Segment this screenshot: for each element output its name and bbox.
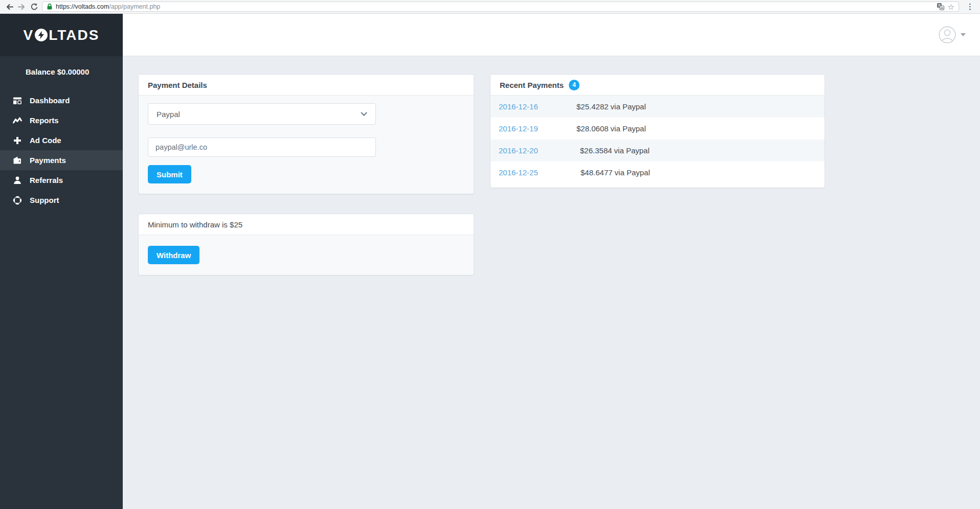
withdraw-card-body: Withdraw bbox=[139, 235, 474, 275]
app-frame: V LTADS Balance $0.00000 Dashboard Repor… bbox=[0, 14, 980, 509]
withdraw-button[interactable]: Withdraw bbox=[148, 246, 199, 264]
payment-amount: $48.6477via Paypal bbox=[581, 168, 650, 177]
sidebar-item-label: Reports bbox=[30, 116, 59, 125]
sidebar-item-reports[interactable]: Reports bbox=[0, 110, 123, 130]
payment-date-link[interactable]: 2016-12-16 bbox=[499, 102, 576, 111]
avatar-icon bbox=[939, 26, 956, 43]
sidebar-item-referrals[interactable]: Referrals bbox=[0, 170, 123, 190]
sidebar-item-label: Referrals bbox=[30, 176, 63, 184]
url-path: /app/payment.php bbox=[109, 3, 160, 10]
user-menu[interactable] bbox=[939, 26, 966, 43]
browser-forward-button[interactable] bbox=[15, 1, 28, 13]
submit-button[interactable]: Submit bbox=[148, 165, 191, 183]
reports-icon bbox=[13, 116, 22, 125]
address-bar[interactable]: https://voltads.com/app/payment.php ☆ bbox=[42, 2, 959, 12]
url-text: https://voltads.com/app/payment.php bbox=[56, 3, 160, 10]
balance-label: Balance $0.00000 bbox=[26, 67, 123, 76]
sidebar-item-label: Payments bbox=[30, 156, 66, 165]
payment-details-title: Payment Details bbox=[139, 75, 474, 96]
right-column: Recent Payments 4 2016-12-16 $25.4282via… bbox=[490, 74, 825, 188]
sidebar-item-dashboard[interactable]: Dashboard bbox=[0, 90, 123, 110]
payment-date-link[interactable]: 2016-12-25 bbox=[499, 168, 576, 177]
payments-count-badge: 4 bbox=[569, 80, 580, 90]
browser-back-button[interactable] bbox=[3, 1, 15, 13]
sidebar-menu: Dashboard Reports Ad Code Payments bbox=[0, 90, 123, 210]
payment-amount: $25.4282via Paypal bbox=[576, 102, 646, 111]
browser-reload-button[interactable] bbox=[28, 1, 40, 13]
payment-amount: $26.3584via Paypal bbox=[580, 146, 650, 155]
logo-prefix: V bbox=[24, 27, 34, 43]
lightning-bolt-icon bbox=[35, 29, 48, 41]
bookmark-star-icon[interactable]: ☆ bbox=[948, 3, 954, 11]
dashboard-icon bbox=[13, 96, 22, 105]
sidebar-item-payments[interactable]: Payments bbox=[0, 150, 123, 170]
payment-row: 2016-12-16 $25.4282via Paypal bbox=[491, 96, 825, 118]
wallet-icon bbox=[13, 156, 22, 165]
chevron-down-icon bbox=[361, 112, 367, 117]
logo-suffix: LTADS bbox=[49, 27, 99, 43]
app-header bbox=[123, 14, 980, 56]
sidebar-item-label: Dashboard bbox=[30, 96, 70, 105]
recent-payments-title: Recent Payments bbox=[500, 81, 564, 89]
left-column: Payment Details Paypal Submit Minimum to… bbox=[138, 74, 474, 275]
paypal-account-input[interactable] bbox=[148, 137, 376, 157]
recent-payments-header: Recent Payments 4 bbox=[491, 75, 825, 96]
reload-icon bbox=[30, 3, 38, 11]
payment-amount: $28.0608via Paypal bbox=[576, 124, 646, 133]
forward-arrow-icon bbox=[17, 3, 26, 11]
chevron-down-icon bbox=[961, 33, 966, 36]
person-icon bbox=[13, 176, 22, 185]
lifebuoy-icon bbox=[13, 196, 22, 205]
withdraw-card: Minimum to withdraw is $25 Withdraw bbox=[138, 214, 474, 275]
payment-method-select[interactable]: Paypal bbox=[148, 103, 376, 125]
url-host: https://voltads.com bbox=[56, 3, 109, 10]
voltads-logo: V LTADS bbox=[24, 27, 100, 43]
payment-method-value: Paypal bbox=[157, 110, 180, 119]
payment-row: 2016-12-20 $26.3584via Paypal bbox=[491, 140, 825, 161]
sidebar-item-support[interactable]: Support bbox=[0, 190, 123, 210]
main-area: Payment Details Paypal Submit Minimum to… bbox=[123, 14, 980, 509]
payment-details-body: Paypal Submit bbox=[139, 96, 474, 194]
payment-row: 2016-12-19 $28.0608via Paypal bbox=[491, 118, 825, 140]
payment-row: 2016-12-25 $48.6477via Paypal bbox=[491, 161, 825, 183]
lock-icon bbox=[47, 3, 53, 10]
payment-date-link[interactable]: 2016-12-19 bbox=[499, 124, 576, 133]
page-content: Payment Details Paypal Submit Minimum to… bbox=[123, 56, 980, 293]
payment-date-link[interactable]: 2016-12-20 bbox=[499, 146, 576, 155]
logo-area: V LTADS bbox=[0, 14, 123, 56]
browser-menu-icon[interactable]: ⋮ bbox=[963, 2, 977, 11]
withdraw-minimum-text: Minimum to withdraw is $25 bbox=[139, 214, 474, 235]
payment-details-card: Payment Details Paypal Submit bbox=[138, 74, 474, 194]
translate-icon[interactable] bbox=[937, 3, 945, 11]
sidebar-item-ad-code[interactable]: Ad Code bbox=[0, 130, 123, 150]
recent-payments-list: 2016-12-16 $25.4282via Paypal 2016-12-19… bbox=[491, 96, 825, 188]
back-arrow-icon bbox=[5, 3, 14, 11]
sidebar-item-label: Support bbox=[30, 196, 59, 204]
browser-toolbar: https://voltads.com/app/payment.php ☆ ⋮ bbox=[0, 0, 980, 14]
sidebar: V LTADS Balance $0.00000 Dashboard Repor… bbox=[0, 14, 123, 509]
plus-icon bbox=[13, 136, 22, 145]
recent-payments-card: Recent Payments 4 2016-12-16 $25.4282via… bbox=[490, 74, 825, 188]
sidebar-item-label: Ad Code bbox=[30, 136, 61, 145]
